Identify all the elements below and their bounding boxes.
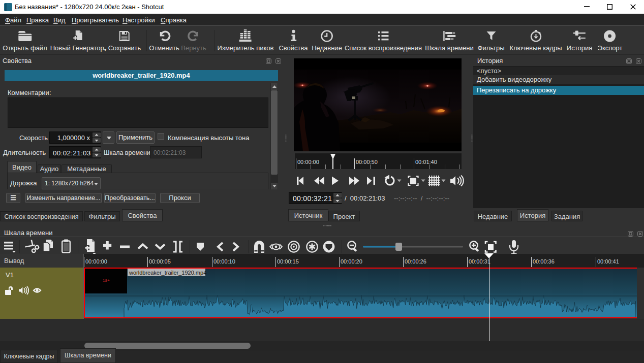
- svg-text:00:00:00: 00:00:00: [297, 159, 319, 165]
- svg-text:18+: 18+: [103, 278, 110, 283]
- svg-text:00:01:40: 00:01:40: [415, 159, 437, 165]
- svg-text:00:00:05: 00:00:05: [149, 258, 171, 265]
- svg-text:00:00:41: 00:00:41: [597, 258, 619, 265]
- svg-text:00:00:10: 00:00:10: [213, 258, 235, 265]
- svg-text:00:00:00: 00:00:00: [85, 258, 107, 265]
- svg-text:00:00:26: 00:00:26: [405, 258, 426, 265]
- svg-text:00:00:31: 00:00:31: [469, 258, 490, 265]
- svg-text:00:00:15: 00:00:15: [277, 258, 299, 265]
- svg-text:00:00:36: 00:00:36: [533, 258, 555, 265]
- svg-text:00:00:50: 00:00:50: [356, 159, 378, 165]
- svg-text:00:00:20: 00:00:20: [341, 258, 362, 265]
- svg-text:worldbreaker_trailer_1920.mp4: worldbreaker_trailer_1920.mp4: [129, 270, 206, 276]
